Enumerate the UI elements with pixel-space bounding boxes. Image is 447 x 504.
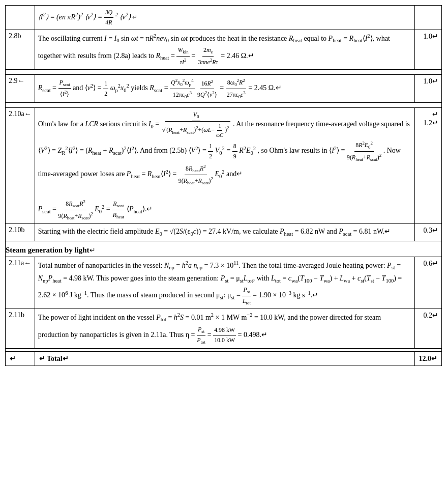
- spacer-2: [6, 103, 442, 108]
- content-cell-top: ⟨I2⟩ = (en πR2)2 ⟨v2⟩ = 3Q 4R 2 ⟨v2⟩ ↵: [35, 6, 414, 30]
- total-arrow-cell: ↵: [6, 351, 35, 366]
- score-2-9: 1.0↵: [414, 75, 442, 103]
- row-2-11b: 2.11b The power of light incident on the…: [6, 309, 442, 349]
- score-2-10a: ↵1.2↵: [414, 108, 442, 224]
- total-score-cell: 12.0↵: [414, 351, 442, 366]
- formula-row-top: ⟨I2⟩ = (en πR2)2 ⟨v2⟩ = 3Q 4R 2 ⟨v2⟩ ↵: [6, 6, 442, 30]
- label-2-9: 2.9←: [6, 75, 35, 103]
- row-2-11a: 2.11a← Total number of nanoparticles in …: [6, 257, 442, 309]
- content-2-8b: The oscillating current I = I0 sin ωt = …: [35, 30, 414, 70]
- score-2-10b: 0.3↵: [414, 224, 442, 241]
- total-score: 12.0↵: [419, 355, 438, 362]
- content-2-11a: Total number of nanoparticles in the ves…: [35, 257, 414, 309]
- main-table: ⟨I2⟩ = (en πR2)2 ⟨v2⟩ = 3Q 4R 2 ⟨v2⟩ ↵ 2…: [5, 5, 442, 366]
- label-2-10b: 2.10b: [6, 224, 35, 241]
- section-steam-header: Steam generation by light↵: [6, 244, 442, 257]
- content-2-11b: The power of light incident on the vesse…: [35, 309, 414, 349]
- content-2-10b: Starting with the electric field amplitu…: [35, 224, 414, 241]
- total-row: ↵ ↵ Total↵ 12.0↵: [6, 351, 442, 366]
- score-2-8b: 1.0↵: [414, 30, 442, 70]
- label-cell-top: [6, 6, 35, 30]
- label-2-11b: 2.11b: [6, 309, 35, 349]
- label-2-10a: 2.10a←: [6, 108, 35, 224]
- content-2-9: Rscat = Pscat ⟨I2⟩ and ⟨v2⟩ = 1 2 ωp2x02…: [35, 75, 414, 103]
- label-2-8b: 2.8b: [6, 30, 35, 70]
- score-cell-top: [414, 6, 442, 30]
- content-2-10a: Ohm's law for a LCR serious circuit is I…: [35, 108, 414, 224]
- row-2-9: 2.9← Rscat = Pscat ⟨I2⟩ and ⟨v2⟩ = 1 2 ω…: [6, 75, 442, 103]
- score-2-11a: 0.6↵: [414, 257, 442, 309]
- formula-i2: ⟨I2⟩ = (en πR2)2 ⟨v2⟩ = 3Q 4R 2 ⟨v2⟩: [38, 13, 133, 21]
- label-2-11a: 2.11a←: [6, 257, 35, 309]
- score-2-11b: 0.2↵: [414, 309, 442, 349]
- row-2-10b: 2.10b Starting with the electric field a…: [6, 224, 442, 241]
- total-label: Total: [47, 355, 63, 362]
- total-arrow: ↵: [39, 355, 47, 362]
- return-arrow-1: ↵: [132, 14, 137, 21]
- spacer-1: [6, 70, 442, 75]
- total-label-cell: ↵ Total↵: [35, 351, 414, 366]
- row-2-10a: 2.10a← Ohm's law for a LCR serious circu…: [6, 108, 442, 224]
- section-steam-title: Steam generation by light: [6, 246, 90, 254]
- row-2-8b: 2.8b The oscillating current I = I0 sin …: [6, 30, 442, 70]
